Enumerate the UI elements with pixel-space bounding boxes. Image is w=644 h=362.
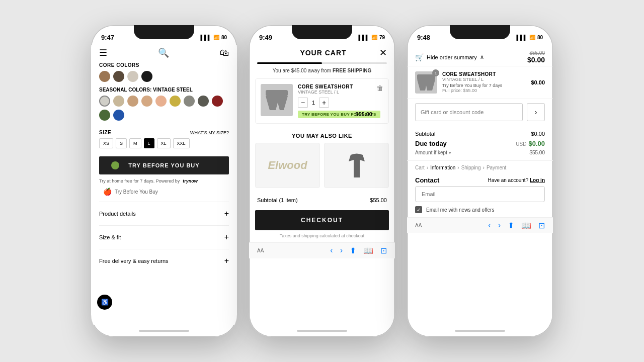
tabs-icon-2[interactable]: ⊡ (380, 246, 387, 255)
email-optin-checkbox[interactable]: ✓ (415, 206, 422, 213)
size-s[interactable]: S (116, 138, 127, 148)
hide-summary-text[interactable]: Hide order summary (427, 54, 477, 60)
chevron-up-icon: ∧ (480, 54, 484, 60)
checkout-totals: Subtotal $0.00 Due today USD$0.00 Amount… (407, 125, 553, 161)
breadcrumb-cart[interactable]: Cart (415, 165, 425, 170)
subtotal-value-3: $0.00 (531, 131, 545, 137)
bookmarks-icon-2[interactable]: 📖 (363, 246, 373, 255)
subtotal-label-3: Subtotal (415, 131, 435, 137)
gift-apply-button[interactable]: › (527, 103, 545, 121)
accessibility-button[interactable]: ♿ (97, 295, 112, 310)
font-size-icon-2[interactable]: AA (257, 248, 264, 253)
font-size-icon-3[interactable]: AA (415, 223, 422, 228)
cart-item-name: CORE SWEATSHORT (298, 84, 383, 89)
subtotal-line: Subtotal $0.00 (415, 129, 545, 138)
checkout-button[interactable]: CHECKOUT (255, 210, 389, 230)
order-item-full-price: Full price: $55.00 (442, 88, 526, 93)
phone-checkout: 9:48 ▌▌▌ 📶 80 🛒 Hide order summary ∧ $55… (407, 25, 553, 337)
swatch-vintage-steel[interactable] (99, 96, 110, 107)
like-item-1[interactable]: Elwood (255, 143, 320, 188)
swatch-red[interactable] (212, 96, 223, 107)
apple-icon: 🍎 (103, 188, 112, 196)
amount-kept-label[interactable]: Amount if kept ▾ (415, 150, 451, 155)
whats-my-size-link[interactable]: WHAT'S MY SIZE? (190, 130, 229, 135)
cart-qty-row: − 1 + (298, 98, 383, 108)
browser-nav-icons: ‹ › ⬆ 📖 ⊡ (330, 246, 387, 255)
wifi-icon-3: 📶 (529, 35, 535, 40)
swatch-brown[interactable] (99, 71, 110, 82)
seasonal-label: SEASONAL COLORS: VINTAGE STEEL (99, 87, 229, 93)
swatch-black[interactable] (141, 71, 152, 82)
checkout-page-content: 🛒 Hide order summary ∧ $55.00 $0.00 1 (407, 45, 553, 325)
you-may-also-like-label: YOU MAY ALSO LIKE (249, 133, 395, 139)
signal-icon: ▌▌▌ (201, 35, 211, 40)
swatch-tan[interactable] (113, 96, 124, 107)
battery-icon: 80 (221, 35, 227, 40)
breadcrumb-shipping[interactable]: Shipping (461, 165, 481, 170)
qty-number: 1 (312, 100, 315, 106)
chevron-down-icon: ▾ (449, 150, 451, 155)
share-icon-2[interactable]: ⬆ (350, 246, 356, 255)
cart-icon-checkout: 🛒 (415, 53, 424, 61)
wifi-icon-2: 📶 (371, 35, 377, 40)
swatch-salmon[interactable] (155, 96, 167, 107)
swatch-peach[interactable] (127, 96, 138, 107)
tabs-icon-3[interactable]: ⊡ (538, 221, 545, 230)
taxes-note: Taxes and shipping calculated at checkou… (249, 233, 395, 238)
size-xl[interactable]: XL (157, 138, 171, 148)
try-before-buy-button[interactable]: TRY BEFORE YOU BUY (99, 156, 229, 174)
swatch-sand[interactable] (141, 96, 152, 107)
swatch-dark-brown[interactable] (113, 71, 124, 82)
final-price: $0.00 (527, 56, 545, 64)
swatch-dark-grey[interactable] (198, 96, 209, 107)
product-details-row[interactable]: Product details + (91, 205, 237, 222)
gift-code-input[interactable] (415, 103, 523, 121)
email-input[interactable] (415, 186, 545, 202)
back-icon-3[interactable]: ‹ (488, 221, 491, 230)
delete-item-button[interactable]: 🗑 (376, 84, 383, 92)
share-icon-3[interactable]: ⬆ (508, 221, 514, 230)
breadcrumb-sep-3: › (483, 165, 485, 170)
expand-icon-3: + (224, 256, 229, 265)
size-label: SIZE (99, 130, 111, 135)
forward-icon-3[interactable]: › (498, 221, 501, 230)
qty-decrease-button[interactable]: − (298, 98, 308, 108)
swatch-blue[interactable] (113, 110, 124, 121)
signal-icon-3: ▌▌▌ (517, 35, 527, 40)
svg-rect-0 (266, 90, 288, 96)
swatch-light[interactable] (127, 71, 138, 82)
due-value: USD$0.00 (516, 140, 545, 147)
trybuy-dot (111, 161, 119, 169)
back-icon-2[interactable]: ‹ (330, 246, 333, 255)
product-page-content: ☰ 🔍 🛍 CORE COLORS SEASONAL COLORS: VINTA… (91, 45, 237, 325)
cart-header: YOUR CART ✕ (249, 45, 395, 62)
menu-icon[interactable]: ☰ (99, 47, 107, 58)
search-icon[interactable]: 🔍 (158, 47, 169, 58)
size-xs[interactable]: XS (99, 138, 113, 148)
size-m[interactable]: M (129, 138, 141, 148)
breadcrumb-payment[interactable]: Payment (487, 165, 506, 170)
qty-increase-button[interactable]: + (319, 98, 329, 108)
apple-pay-label: Try Before You Buy (115, 189, 158, 195)
size-fit-row[interactable]: Size & fit + (91, 229, 237, 246)
cart-item-price: $55.00 (355, 111, 372, 117)
close-cart-button[interactable]: ✕ (379, 47, 387, 58)
swatch-green[interactable] (99, 110, 110, 121)
log-in-link[interactable]: Log in (530, 177, 545, 183)
divider-1 (99, 202, 229, 202)
like-item-2-img (346, 152, 368, 178)
swatch-grey[interactable] (184, 96, 195, 107)
cart-item: CORE SWEATSHORT VINTAGE STEEL / L − 1 + … (255, 78, 389, 124)
swatch-gold[interactable] (170, 96, 181, 107)
cart-icon[interactable]: 🛍 (220, 48, 229, 58)
size-l[interactable]: L (144, 138, 154, 148)
like-item-1-label: Elwood (268, 159, 307, 172)
size-xxl[interactable]: XXL (173, 138, 190, 148)
bookmarks-icon-3[interactable]: 📖 (521, 221, 531, 230)
forward-icon-2[interactable]: › (340, 246, 343, 255)
breadcrumb-information[interactable]: Information (430, 165, 455, 170)
browser-toolbar-3: AA ‹ › ⬆ 📖 ⊡ (407, 217, 553, 233)
due-today-line: Due today USD$0.00 (415, 138, 545, 149)
free-returns-row[interactable]: Free delivery & easy returns + (91, 252, 237, 269)
like-item-2[interactable] (324, 143, 389, 188)
